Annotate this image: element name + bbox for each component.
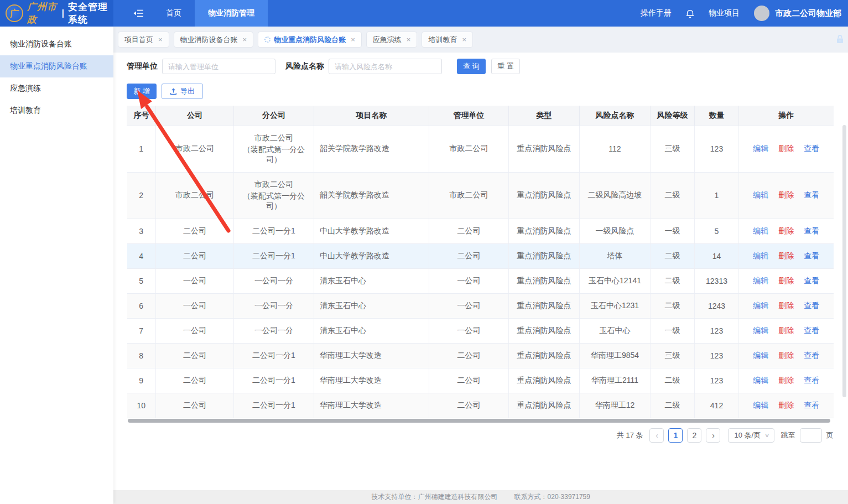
- table-row[interactable]: 4 二公司 二公司一分1 中山大学教学路改造 二公司 重点消防风险点 塔体 二级…: [127, 243, 834, 268]
- delete-link[interactable]: 删除: [778, 301, 794, 310]
- pagination: 共 17 条 ‹ 12 › 10 条/页 ∨ 跳至 页: [127, 428, 834, 443]
- page-size-select[interactable]: 10 条/页 ∨: [728, 428, 774, 443]
- edit-link[interactable]: 编辑: [753, 301, 768, 310]
- table-body: 1 市政二公司 市政二公司（装配式第一分公司） 韶关学院教学路改造 市政二公司 …: [127, 126, 834, 418]
- table-row[interactable]: 5 一公司 一公司一分 清东玉石中心 一公司 重点消防风险点 玉石中心12141…: [127, 268, 834, 293]
- reset-button[interactable]: 重 置: [491, 59, 520, 74]
- delete-link[interactable]: 删除: [778, 326, 794, 335]
- top-menu: 首页物业消防管理: [153, 0, 268, 27]
- view-link[interactable]: 查看: [804, 376, 819, 385]
- edit-link[interactable]: 编辑: [753, 251, 768, 260]
- sidebar-item[interactable]: 培训教育: [0, 100, 113, 122]
- next-page-button[interactable]: ›: [706, 428, 720, 443]
- view-link[interactable]: 查看: [804, 301, 819, 310]
- edit-link[interactable]: 编辑: [753, 276, 768, 285]
- tab[interactable]: 项目首页 ×: [118, 32, 169, 48]
- table-header-row: 序号公司分公司项目名称管理单位类型风险点名称风险等级数量操作: [127, 106, 834, 126]
- table-row[interactable]: 2 市政二公司 市政二公司（装配式第一分公司） 韶关学院教学路改造 市政二公司 …: [127, 172, 834, 219]
- logo-divider: |: [62, 8, 64, 18]
- view-link[interactable]: 查看: [804, 251, 819, 260]
- table-row[interactable]: 7 一公司 一公司一分 清东玉石中心 一公司 重点消防风险点 玉石中心 一级 1…: [127, 318, 834, 343]
- jump-page-input[interactable]: [800, 428, 822, 443]
- system-title: 安全管理系统: [68, 1, 113, 26]
- view-link[interactable]: 查看: [804, 351, 819, 360]
- table-row[interactable]: 8 二公司 二公司一分1 华南理工大学改造 二公司 重点消防风险点 华南理工98…: [127, 343, 834, 368]
- view-link[interactable]: 查看: [804, 401, 819, 409]
- cell-risk-level: 三级: [651, 343, 695, 368]
- edit-link[interactable]: 编辑: [753, 376, 768, 385]
- delete-link[interactable]: 删除: [778, 376, 794, 385]
- tab[interactable]: 物业消防设备台账 ×: [174, 32, 254, 48]
- risk-filter-input[interactable]: [329, 59, 442, 74]
- cell-risk-name: 玉石中心12141: [580, 268, 651, 293]
- table-row[interactable]: 3 二公司 二公司一分1 中山大学教学路改造 二公司 重点消防风险点 一级风险点…: [127, 219, 834, 243]
- add-button[interactable]: 新 增: [127, 84, 157, 99]
- sidebar-item[interactable]: 应急演练: [0, 77, 113, 100]
- edit-link[interactable]: 编辑: [753, 144, 768, 153]
- edit-link[interactable]: 编辑: [753, 401, 768, 409]
- sidebar-item[interactable]: 物业消防设备台账: [0, 33, 113, 55]
- view-link[interactable]: 查看: [804, 226, 819, 235]
- risk-filter-label: 风险点名称: [285, 61, 324, 71]
- tab[interactable]: 培训教育 ×: [422, 32, 473, 48]
- table-row[interactable]: 9 二公司 二公司一分1 华南理工大学改造 二公司 重点消防风险点 华南理工21…: [127, 368, 834, 393]
- delete-link[interactable]: 删除: [778, 276, 794, 285]
- sidebar-item[interactable]: 物业重点消防风险台账: [0, 55, 113, 77]
- cell-risk-level: 二级: [651, 243, 695, 268]
- view-link[interactable]: 查看: [804, 144, 819, 153]
- edit-link[interactable]: 编辑: [753, 351, 768, 360]
- delete-link[interactable]: 删除: [778, 401, 794, 409]
- sidebar-collapse-icon[interactable]: [133, 9, 144, 18]
- lock-icon[interactable]: [835, 34, 845, 46]
- tab[interactable]: 物业重点消防风险台账 ×: [258, 32, 362, 48]
- notification-bell-icon[interactable]: [686, 9, 694, 18]
- view-link[interactable]: 查看: [804, 326, 819, 335]
- cell-company: 二公司: [156, 343, 234, 368]
- tab[interactable]: 应急演练 ×: [366, 32, 418, 48]
- delete-link[interactable]: 删除: [778, 144, 794, 153]
- top-menu-item-label: 首页: [166, 8, 181, 18]
- jump-label: 跳至: [781, 430, 795, 440]
- table-row[interactable]: 6 一公司 一公司一分 清东玉石中心 一公司 重点消防风险点 玉石中心1231 …: [127, 293, 834, 318]
- cell-actions: 编辑 删除 查看: [739, 219, 834, 243]
- cell-quantity: 412: [695, 393, 739, 418]
- table-row[interactable]: 1 市政二公司 市政二公司（装配式第一分公司） 韶关学院教学路改造 市政二公司 …: [127, 126, 834, 172]
- delete-link[interactable]: 删除: [778, 226, 794, 235]
- table-row[interactable]: 10 二公司 二公司一分1 华南理工大学改造 二公司 重点消防风险点 华南理工1…: [127, 393, 834, 418]
- top-menu-item[interactable]: 首页: [153, 0, 195, 27]
- cell-unit: 一公司: [429, 268, 509, 293]
- footer: 技术支持单位：广州穗建建造科技有限公司 联系方式：020-33971759: [113, 490, 848, 504]
- export-button[interactable]: 导出: [162, 84, 203, 99]
- column-header: 数量: [695, 106, 739, 126]
- edit-link[interactable]: 编辑: [753, 226, 768, 235]
- horizontal-scrollbar[interactable]: [128, 419, 830, 423]
- page-number-button[interactable]: 1: [668, 428, 683, 443]
- view-link[interactable]: 查看: [804, 276, 819, 285]
- cell-quantity: 12313: [695, 268, 739, 293]
- cell-branch: 一公司一分: [234, 293, 314, 318]
- manual-link[interactable]: 操作手册: [641, 8, 672, 18]
- search-button[interactable]: 查 询: [457, 59, 486, 74]
- edit-link[interactable]: 编辑: [753, 326, 768, 335]
- tab-close-icon[interactable]: ×: [462, 35, 466, 44]
- cell-project: 中山大学教学路改造: [314, 219, 429, 243]
- edit-link[interactable]: 编辑: [753, 190, 768, 199]
- cell-company: 二公司: [156, 393, 234, 418]
- cell-risk-name: 二级风险高边坡: [580, 172, 651, 219]
- tab-label: 物业重点消防风险台账: [274, 35, 346, 45]
- page-number-button[interactable]: 2: [687, 428, 701, 443]
- delete-link[interactable]: 删除: [778, 351, 794, 360]
- user-menu[interactable]: 市政二公司物业部: [754, 6, 841, 21]
- project-switch-link[interactable]: 物业项目: [709, 8, 740, 18]
- view-link[interactable]: 查看: [804, 190, 819, 199]
- top-menu-item[interactable]: 物业消防管理: [195, 0, 268, 27]
- tab-close-icon[interactable]: ×: [351, 35, 355, 44]
- delete-link[interactable]: 删除: [778, 251, 794, 260]
- vertical-scrollbar[interactable]: [842, 125, 846, 397]
- tab-close-icon[interactable]: ×: [158, 35, 163, 44]
- prev-page-button[interactable]: ‹: [649, 428, 664, 443]
- tab-close-icon[interactable]: ×: [243, 35, 247, 44]
- unit-filter-input[interactable]: [162, 59, 275, 74]
- delete-link[interactable]: 删除: [778, 190, 794, 199]
- tab-close-icon[interactable]: ×: [407, 35, 411, 44]
